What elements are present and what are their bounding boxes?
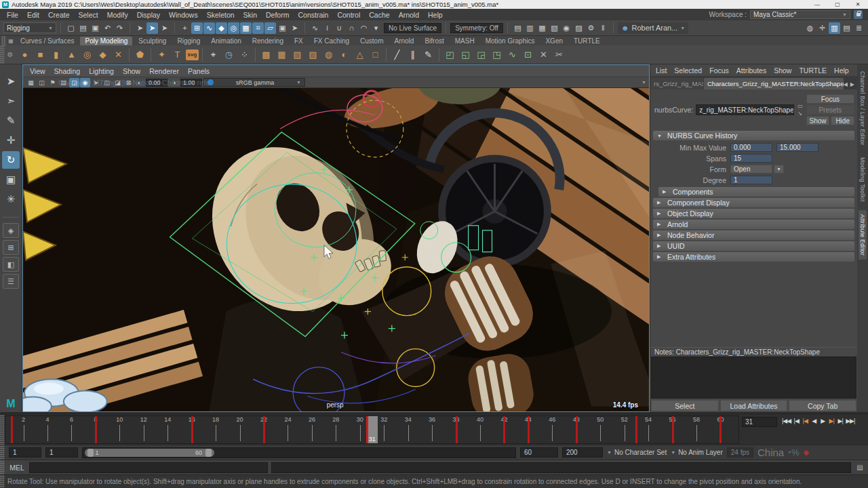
- shelf-tab-fx-caching[interactable]: FX Caching: [309, 37, 354, 45]
- shelf-target-weld[interactable]: ◰: [443, 47, 457, 62]
- construction-history-icon[interactable]: ∪: [334, 22, 345, 34]
- light-editor-icon[interactable]: ▨: [573, 22, 585, 34]
- shelf-tab-xgen[interactable]: XGen: [540, 37, 568, 45]
- menu-control[interactable]: Control: [337, 11, 360, 19]
- shelf-poly-cone[interactable]: ▲: [64, 47, 79, 62]
- image-plane-icon[interactable]: ▤: [58, 78, 68, 87]
- output-of-selected-icon[interactable]: ≀: [321, 22, 333, 34]
- animation-start-field[interactable]: 1: [9, 447, 41, 458]
- shelf-super-shape[interactable]: ✦: [155, 47, 169, 62]
- select-camera-icon[interactable]: ▦: [26, 78, 36, 87]
- menu-deform[interactable]: Deform: [266, 11, 289, 19]
- viewport-menu-lighting[interactable]: Lighting: [89, 67, 114, 75]
- ae-menu-selected[interactable]: Selected: [674, 66, 702, 75]
- shelf-tab-rigging[interactable]: Rigging: [172, 37, 205, 45]
- range-end-handle[interactable]: [205, 449, 212, 457]
- attr-field-degree-0[interactable]: 1: [730, 176, 772, 184]
- layout-pane-split[interactable]: ☰: [3, 274, 19, 289]
- tab-next-icon[interactable]: ▶: [850, 81, 854, 87]
- show-button[interactable]: Show: [806, 116, 830, 125]
- shelf-tab-animation[interactable]: Animation: [206, 37, 245, 45]
- select-button[interactable]: Select: [651, 400, 719, 411]
- select-object-icon[interactable]: ➤: [146, 22, 158, 34]
- render-settings-icon[interactable]: ▧: [549, 22, 560, 34]
- ae-menu-show[interactable]: Show: [774, 66, 791, 75]
- section-uuid[interactable]: ▶UUID: [653, 241, 854, 251]
- shelf-tab-bifrost[interactable]: Bifrost: [420, 37, 448, 45]
- node-name-field[interactable]: z_rig_MASTER:NeckTopShape: [696, 104, 794, 115]
- toggle-tool-settings-icon[interactable]: ✛: [816, 22, 828, 34]
- ae-menu-help[interactable]: Help: [834, 66, 849, 75]
- toggle-outliner-icon[interactable]: ◍: [804, 22, 816, 34]
- attr-field-spans-0[interactable]: 15: [730, 154, 772, 163]
- menu-help[interactable]: Help: [428, 11, 443, 19]
- step-back-frame-button[interactable]: |◀: [792, 417, 800, 425]
- shelf-tab-mash[interactable]: MASH: [450, 37, 479, 45]
- snap-to-points-icon[interactable]: ◆: [216, 22, 227, 34]
- timeline-grip[interactable]: [0, 415, 5, 445]
- menu-cache[interactable]: Cache: [369, 11, 389, 19]
- step-forward-key-button[interactable]: ▶|: [827, 417, 835, 425]
- command-language-toggle[interactable]: MEL: [8, 464, 26, 472]
- snap-to-view-plane-icon[interactable]: ▱: [264, 22, 276, 34]
- section-components[interactable]: ▶Components: [658, 187, 854, 197]
- shelf-quadrangulate[interactable]: □: [368, 47, 382, 62]
- lasso-select-tool[interactable]: ➣: [2, 92, 20, 110]
- shelf-poly-cylinder[interactable]: ▮: [49, 47, 63, 62]
- menu-set-select[interactable]: Rigging ▼: [3, 22, 56, 33]
- shelf-center-pivot[interactable]: ⌖: [206, 47, 220, 62]
- layout-pane-outliner[interactable]: ◧: [3, 257, 19, 272]
- menu-display[interactable]: Display: [137, 11, 160, 19]
- new-scene-icon[interactable]: ▢: [65, 22, 77, 34]
- menu-modify[interactable]: Modify: [107, 11, 128, 19]
- menu-select[interactable]: Select: [79, 11, 98, 19]
- shelf-poly-plane[interactable]: ◆: [96, 47, 110, 62]
- playback-start-field[interactable]: 1: [45, 447, 78, 458]
- close-button[interactable]: ✕: [848, 0, 868, 9]
- highlight-selection-icon[interactable]: ➤: [289, 22, 300, 34]
- curve-precision-icon[interactable]: ◠: [358, 22, 370, 34]
- shelf-freeze-transformations[interactable]: ⁘: [237, 47, 252, 62]
- go-to-end-button[interactable]: ▶▶|: [845, 417, 855, 425]
- playback-end-field[interactable]: 60: [520, 447, 558, 458]
- attr-field-min-max-value-1[interactable]: 15.000: [776, 143, 818, 152]
- lock-workspace-button[interactable]: [854, 10, 863, 19]
- shelf-delete-edge[interactable]: ✂: [552, 47, 566, 62]
- attr-dropdown-form[interactable]: Open: [730, 165, 772, 174]
- shelf-curve-extrude[interactable]: ∿: [505, 47, 519, 62]
- shelf-combine[interactable]: ▩: [259, 47, 273, 62]
- go-to-start-button[interactable]: |◀◀: [781, 417, 791, 425]
- pause-viewport-icon[interactable]: ‖: [597, 22, 609, 34]
- range-grip[interactable]: [0, 445, 5, 460]
- side-tab-attribute-editor[interactable]: Attribute Editor: [859, 210, 867, 260]
- anim-layer-select[interactable]: ▼ No Anim Layer: [671, 449, 723, 456]
- play-backwards-button[interactable]: ◀: [810, 417, 818, 425]
- bookmark-icon[interactable]: ⚑: [47, 78, 58, 87]
- playback-speed-field[interactable]: 24 fps: [727, 447, 753, 458]
- current-frame-field[interactable]: 31: [742, 417, 777, 427]
- ipr-render-icon[interactable]: ▦: [536, 22, 548, 34]
- hide-button[interactable]: Hide: [831, 116, 854, 125]
- shelf-tab-poly-modeling[interactable]: Poly Modeling: [80, 37, 132, 45]
- attribute-editor-tab-0[interactable]: rs_Grizz_rig_MASTER:NeckTop: [650, 78, 703, 89]
- character-set-select[interactable]: ▼ No Character Set: [607, 449, 667, 456]
- snap-align-icon[interactable]: ⌗: [252, 22, 264, 34]
- shelf-delete-history[interactable]: ◷: [222, 47, 236, 62]
- shelf-poly-torus[interactable]: ◎: [80, 47, 94, 62]
- shelf-extract[interactable]: ▧: [290, 47, 304, 62]
- shelf-tab-rendering[interactable]: Rendering: [248, 37, 288, 45]
- move-tool[interactable]: ✛: [2, 131, 20, 149]
- step-forward-frame-button[interactable]: ▶|: [836, 417, 844, 425]
- gamma-icon[interactable]: ◑: [169, 78, 179, 87]
- select-component-icon[interactable]: ➤: [159, 22, 170, 34]
- snap-toggle-icon[interactable]: +: [179, 22, 191, 34]
- shelf-grip[interactable]: [1, 36, 6, 45]
- shelf-symmetrize[interactable]: ✕: [536, 47, 551, 62]
- viewport-menu-shading[interactable]: Shading: [54, 67, 81, 75]
- copy-tab-button[interactable]: Copy Tab: [789, 400, 856, 411]
- lock-camera-icon[interactable]: ◪: [113, 78, 123, 87]
- oversampling-icon[interactable]: ◉: [80, 78, 90, 87]
- side-tab-channel-box-layer-editor[interactable]: Channel Box / Layer Editor: [859, 67, 867, 149]
- render-setup-icon[interactable]: ⚙: [585, 22, 597, 34]
- menu-constrain[interactable]: Constrain: [298, 11, 328, 19]
